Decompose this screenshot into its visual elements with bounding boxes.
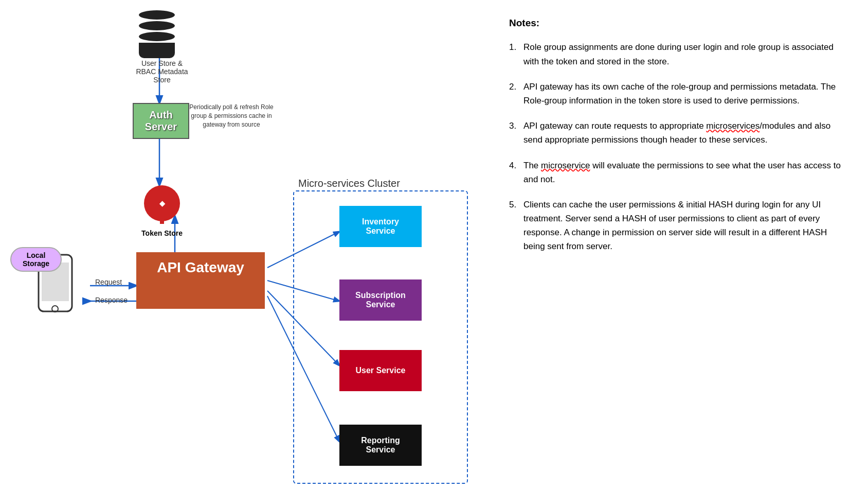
note-text-1: Role group assignments are done during u…: [523, 40, 847, 68]
diagram-area: User Store & RBAC Metadata Store Periodi…: [0, 0, 489, 490]
local-storage-box: Local Storage: [10, 247, 62, 272]
note-num-5: 5.: [509, 198, 523, 212]
note-num-3: 3.: [509, 119, 523, 133]
user-store-label: User Store & RBAC Metadata Store: [123, 59, 201, 84]
note-text-3: API gateway can route requests to approp…: [523, 119, 847, 147]
note-num-4: 4.: [509, 159, 523, 172]
token-store-icon: ◆: [144, 185, 180, 221]
reporting-service-box: ReportingService: [339, 425, 422, 466]
note-num-1: 1.: [509, 40, 523, 54]
note-item-2: 2. API gateway has its own cache of the …: [509, 80, 847, 108]
notes-area: Notes: 1. Role group assignments are don…: [489, 0, 868, 490]
user-service-box: User Service: [339, 350, 422, 391]
response-label: Response: [95, 296, 128, 304]
microservice-underline-2: microservice: [541, 161, 590, 170]
notes-title: Notes:: [509, 15, 847, 31]
request-label: Request: [95, 278, 122, 286]
subscription-service-box: SubscriptionService: [339, 279, 422, 321]
note-num-2: 2.: [509, 80, 523, 94]
note-item-4: 4. The microservice will evaluate the pe…: [509, 159, 847, 186]
note-text-5: Clients can cache the user permissions &…: [523, 198, 847, 254]
inventory-service-box: InventoryService: [339, 206, 422, 247]
note-text-4: The microservice will evaluate the permi…: [523, 159, 847, 186]
note-item-1: 1. Role group assignments are done durin…: [509, 40, 847, 68]
note-item-5: 5. Clients can cache the user permission…: [509, 198, 847, 254]
cluster-label: Micro-services Cluster: [298, 178, 400, 189]
api-gateway-box: API Gateway: [136, 252, 265, 309]
note-text-2: API gateway has its own cache of the rol…: [523, 80, 847, 108]
token-store-label: Token Store: [136, 229, 188, 237]
poll-label: Periodically poll & refresh Role group &…: [175, 103, 288, 129]
auth-server-box: AuthServer: [133, 103, 189, 139]
microservices-underline-1: microservices: [706, 121, 760, 131]
note-item-3: 3. API gateway can route requests to app…: [509, 119, 847, 147]
user-store-db: [139, 10, 175, 60]
notes-list: 1. Role group assignments are done durin…: [509, 40, 847, 253]
